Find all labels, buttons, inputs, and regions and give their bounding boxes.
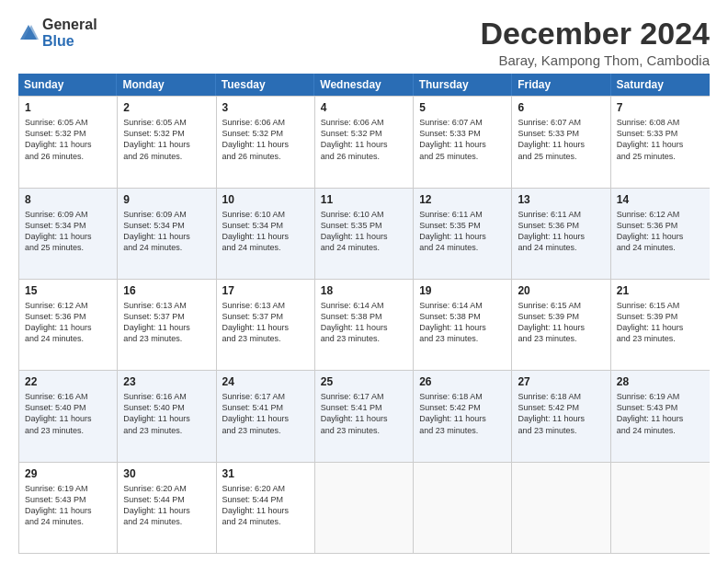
day-number: 3 bbox=[222, 100, 309, 116]
cell-info: Sunrise: 6:17 AMSunset: 5:41 PMDaylight:… bbox=[222, 391, 309, 436]
cal-week-4: 22Sunrise: 6:16 AMSunset: 5:40 PMDayligh… bbox=[19, 370, 710, 461]
cal-cell-day-30: 30Sunrise: 6:20 AMSunset: 5:44 PMDayligh… bbox=[118, 463, 216, 553]
cal-cell-day-10: 10Sunrise: 6:10 AMSunset: 5:34 PMDayligh… bbox=[217, 189, 315, 279]
day-number: 17 bbox=[222, 283, 309, 299]
cal-cell-day-14: 14Sunrise: 6:12 AMSunset: 5:36 PMDayligh… bbox=[611, 189, 710, 279]
cell-info: Sunrise: 6:16 AMSunset: 5:40 PMDaylight:… bbox=[25, 391, 111, 436]
subtitle: Baray, Kampong Thom, Cambodia bbox=[480, 52, 710, 68]
cal-cell-day-13: 13Sunrise: 6:11 AMSunset: 5:36 PMDayligh… bbox=[512, 189, 610, 279]
cal-cell-empty bbox=[315, 463, 414, 553]
cal-week-5: 29Sunrise: 6:19 AMSunset: 5:43 PMDayligh… bbox=[19, 462, 710, 553]
cal-cell-day-1: 1Sunrise: 6:05 AMSunset: 5:32 PMDaylight… bbox=[19, 97, 118, 187]
day-number: 26 bbox=[419, 374, 506, 390]
cal-cell-day-22: 22Sunrise: 6:16 AMSunset: 5:40 PMDayligh… bbox=[19, 371, 118, 461]
cell-info: Sunrise: 6:10 AMSunset: 5:34 PMDaylight:… bbox=[222, 209, 309, 254]
day-number: 15 bbox=[25, 283, 111, 299]
page: General Blue December 2024 Baray, Kampon… bbox=[0, 0, 728, 563]
day-number: 18 bbox=[321, 283, 407, 299]
cal-cell-day-19: 19Sunrise: 6:14 AMSunset: 5:38 PMDayligh… bbox=[414, 280, 512, 370]
cal-cell-empty bbox=[414, 463, 512, 553]
cal-cell-day-2: 2Sunrise: 6:05 AMSunset: 5:32 PMDaylight… bbox=[118, 97, 216, 187]
day-number: 4 bbox=[321, 100, 407, 116]
cell-info: Sunrise: 6:18 AMSunset: 5:42 PMDaylight:… bbox=[419, 391, 506, 436]
cal-cell-day-27: 27Sunrise: 6:18 AMSunset: 5:42 PMDayligh… bbox=[512, 371, 610, 461]
cell-info: Sunrise: 6:19 AMSunset: 5:43 PMDaylight:… bbox=[25, 483, 111, 528]
day-number: 8 bbox=[25, 192, 111, 208]
cal-cell-empty bbox=[512, 463, 610, 553]
cal-week-2: 8Sunrise: 6:09 AMSunset: 5:34 PMDaylight… bbox=[19, 188, 710, 279]
cal-cell-day-11: 11Sunrise: 6:10 AMSunset: 5:35 PMDayligh… bbox=[315, 189, 414, 279]
cell-info: Sunrise: 6:18 AMSunset: 5:42 PMDaylight:… bbox=[518, 391, 604, 436]
header: General Blue December 2024 Baray, Kampon… bbox=[18, 17, 710, 68]
day-number: 12 bbox=[419, 192, 506, 208]
cell-info: Sunrise: 6:09 AMSunset: 5:34 PMDaylight:… bbox=[123, 209, 210, 254]
cal-cell-day-7: 7Sunrise: 6:08 AMSunset: 5:33 PMDaylight… bbox=[611, 97, 710, 187]
header-sunday: Sunday bbox=[18, 74, 117, 96]
logo-icon bbox=[18, 23, 39, 43]
day-number: 9 bbox=[123, 192, 210, 208]
calendar-body: 1Sunrise: 6:05 AMSunset: 5:32 PMDaylight… bbox=[18, 96, 710, 554]
cell-info: Sunrise: 6:11 AMSunset: 5:35 PMDaylight:… bbox=[419, 209, 506, 254]
header-monday: Monday bbox=[117, 74, 215, 96]
cal-cell-day-29: 29Sunrise: 6:19 AMSunset: 5:43 PMDayligh… bbox=[19, 463, 118, 553]
day-number: 19 bbox=[419, 283, 506, 299]
cal-cell-empty bbox=[611, 463, 710, 553]
cal-cell-day-20: 20Sunrise: 6:15 AMSunset: 5:39 PMDayligh… bbox=[512, 280, 610, 370]
cell-info: Sunrise: 6:16 AMSunset: 5:40 PMDaylight:… bbox=[123, 391, 210, 436]
cal-cell-day-12: 12Sunrise: 6:11 AMSunset: 5:35 PMDayligh… bbox=[414, 189, 512, 279]
day-number: 29 bbox=[25, 466, 111, 482]
cell-info: Sunrise: 6:06 AMSunset: 5:32 PMDaylight:… bbox=[222, 117, 309, 162]
day-number: 10 bbox=[222, 192, 309, 208]
cal-cell-day-18: 18Sunrise: 6:14 AMSunset: 5:38 PMDayligh… bbox=[315, 280, 414, 370]
cell-info: Sunrise: 6:07 AMSunset: 5:33 PMDaylight:… bbox=[518, 117, 604, 162]
cell-info: Sunrise: 6:09 AMSunset: 5:34 PMDaylight:… bbox=[25, 209, 111, 254]
day-number: 14 bbox=[617, 192, 704, 208]
logo-blue: Blue bbox=[42, 33, 97, 50]
day-number: 1 bbox=[25, 100, 111, 116]
cell-info: Sunrise: 6:11 AMSunset: 5:36 PMDaylight:… bbox=[518, 209, 604, 254]
day-number: 16 bbox=[123, 283, 210, 299]
cal-cell-day-16: 16Sunrise: 6:13 AMSunset: 5:37 PMDayligh… bbox=[118, 280, 216, 370]
cell-info: Sunrise: 6:12 AMSunset: 5:36 PMDaylight:… bbox=[25, 300, 111, 345]
cell-info: Sunrise: 6:13 AMSunset: 5:37 PMDaylight:… bbox=[123, 300, 210, 345]
cal-cell-day-4: 4Sunrise: 6:06 AMSunset: 5:32 PMDaylight… bbox=[315, 97, 414, 187]
cal-cell-day-26: 26Sunrise: 6:18 AMSunset: 5:42 PMDayligh… bbox=[414, 371, 512, 461]
header-thursday: Thursday bbox=[414, 74, 512, 96]
cell-info: Sunrise: 6:20 AMSunset: 5:44 PMDaylight:… bbox=[222, 483, 309, 528]
cal-cell-day-21: 21Sunrise: 6:15 AMSunset: 5:39 PMDayligh… bbox=[611, 280, 710, 370]
day-number: 11 bbox=[321, 192, 407, 208]
day-number: 2 bbox=[123, 100, 210, 116]
cal-cell-day-5: 5Sunrise: 6:07 AMSunset: 5:33 PMDaylight… bbox=[414, 97, 512, 187]
cal-cell-day-15: 15Sunrise: 6:12 AMSunset: 5:36 PMDayligh… bbox=[19, 280, 118, 370]
cal-week-3: 15Sunrise: 6:12 AMSunset: 5:36 PMDayligh… bbox=[19, 279, 710, 370]
day-number: 7 bbox=[617, 100, 704, 116]
cell-info: Sunrise: 6:15 AMSunset: 5:39 PMDaylight:… bbox=[518, 300, 604, 345]
header-wednesday: Wednesday bbox=[314, 74, 413, 96]
day-number: 13 bbox=[518, 192, 604, 208]
day-number: 21 bbox=[617, 283, 704, 299]
cell-info: Sunrise: 6:10 AMSunset: 5:35 PMDaylight:… bbox=[321, 209, 407, 254]
cal-cell-day-24: 24Sunrise: 6:17 AMSunset: 5:41 PMDayligh… bbox=[217, 371, 315, 461]
cell-info: Sunrise: 6:07 AMSunset: 5:33 PMDaylight:… bbox=[419, 117, 506, 162]
cell-info: Sunrise: 6:12 AMSunset: 5:36 PMDaylight:… bbox=[617, 209, 704, 254]
cell-info: Sunrise: 6:14 AMSunset: 5:38 PMDaylight:… bbox=[419, 300, 506, 345]
cell-info: Sunrise: 6:19 AMSunset: 5:43 PMDaylight:… bbox=[617, 391, 704, 436]
cal-cell-day-17: 17Sunrise: 6:13 AMSunset: 5:37 PMDayligh… bbox=[217, 280, 315, 370]
cal-cell-day-3: 3Sunrise: 6:06 AMSunset: 5:32 PMDaylight… bbox=[217, 97, 315, 187]
day-number: 5 bbox=[419, 100, 506, 116]
cell-info: Sunrise: 6:08 AMSunset: 5:33 PMDaylight:… bbox=[617, 117, 704, 162]
header-saturday: Saturday bbox=[611, 74, 710, 96]
cal-cell-day-25: 25Sunrise: 6:17 AMSunset: 5:41 PMDayligh… bbox=[315, 371, 414, 461]
header-tuesday: Tuesday bbox=[216, 74, 314, 96]
cell-info: Sunrise: 6:05 AMSunset: 5:32 PMDaylight:… bbox=[25, 117, 111, 162]
day-number: 24 bbox=[222, 374, 309, 390]
day-number: 31 bbox=[222, 466, 309, 482]
cal-cell-day-6: 6Sunrise: 6:07 AMSunset: 5:33 PMDaylight… bbox=[512, 97, 610, 187]
cell-info: Sunrise: 6:14 AMSunset: 5:38 PMDaylight:… bbox=[321, 300, 407, 345]
calendar: Sunday Monday Tuesday Wednesday Thursday… bbox=[18, 74, 710, 554]
header-friday: Friday bbox=[512, 74, 610, 96]
day-number: 27 bbox=[518, 374, 604, 390]
cal-cell-day-9: 9Sunrise: 6:09 AMSunset: 5:34 PMDaylight… bbox=[118, 189, 216, 279]
day-number: 23 bbox=[123, 374, 210, 390]
day-number: 6 bbox=[518, 100, 604, 116]
